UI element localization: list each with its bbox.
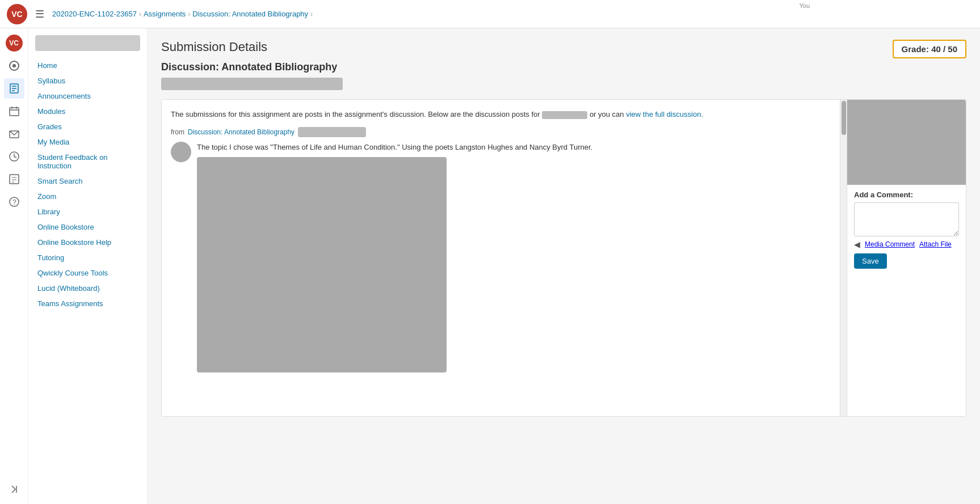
- sidebar-item-tutoring[interactable]: Tutoring: [28, 250, 147, 265]
- blurred-name: [542, 111, 587, 119]
- blurred-from: [298, 127, 366, 137]
- sidebar-item-lucid[interactable]: Lucid (Whiteboard): [28, 281, 147, 296]
- sidebar-item-qwickly[interactable]: Qwickly Course Tools: [28, 265, 147, 281]
- post-container: The topic I chose was "Themes of Life an…: [171, 142, 831, 373]
- avatar: [171, 142, 191, 162]
- svg-rect-6: [10, 108, 19, 116]
- rail-icon-grades[interactable]: [4, 169, 24, 189]
- media-icon: ◀: [854, 240, 860, 249]
- post-image: [197, 157, 447, 372]
- sidebar-item-library[interactable]: Library: [28, 204, 147, 219]
- svg-point-1: [12, 64, 16, 67]
- sidebar-item-online-bookstore-help[interactable]: Online Bookstore Help: [28, 235, 147, 250]
- submission-box: The submissions for this assignment are …: [161, 99, 966, 417]
- rail-icon-inbox[interactable]: [4, 124, 24, 144]
- grade-value: 40 / 50: [931, 44, 957, 54]
- post-content: The topic I chose was "Themes of Life an…: [197, 142, 592, 373]
- media-comment-link[interactable]: Media Comment: [865, 240, 915, 248]
- view-full-discussion-link[interactable]: view the full discussion.: [626, 110, 703, 118]
- comment-textarea[interactable]: [854, 202, 959, 236]
- comment-actions: ◀ Media Comment Attach File: [854, 240, 959, 249]
- grade-badge: Grade: 40 / 50: [893, 40, 966, 58]
- sidebar-item-my-media[interactable]: My Media: [28, 134, 147, 150]
- right-image: [847, 100, 966, 185]
- post-text: The topic I chose was "Themes of Life an…: [197, 142, 592, 153]
- sidebar-nav: Home Syllabus Announcements Modules Grad…: [28, 58, 147, 311]
- blurred-bar: [161, 78, 343, 90]
- from-label: from: [171, 128, 184, 136]
- from-line: from Discussion: Annotated Bibliography: [171, 127, 831, 137]
- breadcrumb: 202020-ENC-1102-23657 › Assignments › Di…: [52, 10, 313, 18]
- sidebar-item-home[interactable]: Home: [28, 58, 147, 73]
- breadcrumb-assignments[interactable]: Assignments: [144, 10, 186, 18]
- sidebar: Home Syllabus Announcements Modules Grad…: [28, 28, 148, 504]
- submission-intro: The submissions for this assignment are …: [171, 109, 831, 120]
- breadcrumb-course[interactable]: 202020-ENC-1102-23657: [52, 10, 137, 18]
- page-title: Submission Details: [161, 40, 966, 54]
- sidebar-item-modules[interactable]: Modules: [28, 104, 147, 119]
- rail-icon-dashboard[interactable]: [4, 56, 24, 76]
- sidebar-item-syllabus[interactable]: Syllabus: [28, 73, 147, 88]
- svg-text:?: ?: [12, 198, 16, 206]
- submission-scrollbar[interactable]: [840, 100, 847, 416]
- svg-rect-12: [10, 175, 19, 184]
- sidebar-item-smart-search[interactable]: Smart Search: [28, 173, 147, 189]
- sidebar-item-teams-assignments[interactable]: Teams Assignments: [28, 296, 147, 311]
- topbar: VC ☰ 202020-ENC-1102-23657 › Assignments…: [0, 0, 980, 28]
- hamburger-menu[interactable]: ☰: [32, 6, 48, 23]
- rail-icon-logo[interactable]: VC: [4, 33, 24, 53]
- sidebar-item-announcements[interactable]: Announcements: [28, 88, 147, 104]
- attach-file-link[interactable]: Attach File: [919, 240, 952, 248]
- sidebar-search-box: [35, 35, 140, 51]
- rail-icon-collapse[interactable]: [4, 479, 24, 499]
- comment-section: Add a Comment: ◀ Media Comment Attach Fi…: [847, 185, 966, 416]
- breadcrumb-discussion[interactable]: Discussion: Annotated Bibliography: [192, 10, 308, 18]
- submission-main: The submissions for this assignment are …: [162, 100, 840, 416]
- save-button[interactable]: Save: [854, 253, 887, 269]
- rail-icon-calendar[interactable]: [4, 101, 24, 121]
- discussion-link[interactable]: Discussion: Annotated Bibliography: [188, 128, 295, 136]
- sidebar-item-zoom[interactable]: Zoom: [28, 189, 147, 204]
- sidebar-item-grades[interactable]: Grades: [28, 119, 147, 134]
- comment-label: Add a Comment:: [854, 190, 959, 199]
- assignment-title: Discussion: Annotated Bibliography: [161, 61, 966, 73]
- content-area: Submission Details Discussion: Annotated…: [148, 28, 980, 504]
- main-layout: VC ? Home Syllabus Ann: [0, 28, 980, 504]
- sidebar-item-student-feedback[interactable]: Student Feedback on Instruction: [28, 150, 147, 173]
- sidebar-item-online-bookstore[interactable]: Online Bookstore: [28, 219, 147, 235]
- you-label: You: [799, 2, 810, 9]
- scrollbar-thumb: [842, 101, 846, 135]
- rail-icon-assignments[interactable]: [4, 78, 24, 99]
- icon-rail: VC ?: [0, 28, 28, 504]
- rail-icon-help[interactable]: ?: [4, 192, 24, 212]
- app-logo[interactable]: VC: [7, 4, 27, 24]
- right-panel: Add a Comment: ◀ Media Comment Attach Fi…: [847, 100, 966, 416]
- grade-label: Grade:: [902, 44, 929, 54]
- rail-icon-history[interactable]: [4, 146, 24, 167]
